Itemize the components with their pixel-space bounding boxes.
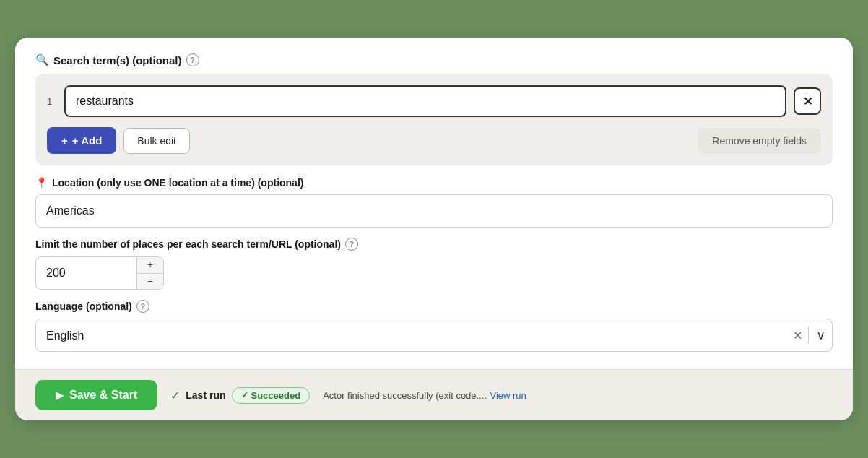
run-description-text: Actor finished successfully (exit code..…: [323, 390, 487, 401]
language-clear-button[interactable]: ✕: [787, 329, 808, 342]
language-section: Language (optional) ? English Spanish Fr…: [35, 300, 833, 352]
save-start-button[interactable]: ▶ Save & Start: [35, 380, 157, 410]
row-number-1: 1: [47, 96, 57, 107]
search-box-container: 1 ✕ + + Add Bulk edit Remove empty field…: [35, 74, 833, 165]
clear-search-button-1[interactable]: ✕: [794, 87, 821, 115]
language-dropdown-button[interactable]: ∨: [809, 327, 833, 343]
limit-title: Limit the number of places per each sear…: [35, 238, 341, 250]
search-actions-row: + + Add Bulk edit Remove empty fields: [47, 127, 821, 154]
view-run-link[interactable]: View run: [490, 390, 526, 401]
search-row-1: 1 ✕: [47, 85, 821, 117]
limit-label: Limit the number of places per each sear…: [35, 238, 833, 251]
remove-empty-button[interactable]: Remove empty fields: [698, 128, 821, 154]
card-body: 🔍 Search term(s) (optional) ? 1 ✕ + + Ad…: [15, 38, 853, 369]
add-icon: +: [61, 134, 68, 147]
language-help-icon[interactable]: ?: [136, 300, 149, 313]
location-label: 📍 Location (only use ONE location at a t…: [35, 177, 833, 189]
last-run-checkmark: ✓: [170, 389, 180, 402]
run-description-row: Actor finished successfully (exit code..…: [323, 389, 526, 402]
search-icon: 🔍: [35, 53, 49, 66]
language-label: Language (optional) ?: [35, 300, 833, 313]
search-term-help-icon[interactable]: ?: [186, 53, 199, 66]
search-term-label: 🔍 Search term(s) (optional) ?: [35, 53, 833, 66]
play-icon: ▶: [56, 389, 64, 401]
succeeded-badge: ✓ Succeeded: [232, 387, 311, 404]
search-input-1[interactable]: [64, 85, 786, 117]
add-button[interactable]: + + Add: [47, 127, 116, 154]
increment-button[interactable]: +: [137, 257, 163, 274]
location-section: 📍 Location (only use ONE location at a t…: [35, 177, 833, 228]
last-run-section: ✓ Last run ✓ Succeeded: [170, 387, 310, 404]
last-run-label: Last run: [186, 389, 225, 401]
location-title: Location (only use ONE location at a tim…: [52, 177, 303, 189]
footer-bar: ▶ Save & Start ✓ Last run ✓ Succeeded Ac…: [15, 369, 853, 420]
language-controls: ✕ ∨: [787, 319, 833, 352]
bulk-edit-button[interactable]: Bulk edit: [123, 128, 190, 154]
save-start-label: Save & Start: [69, 389, 137, 402]
succeeded-text: Succeeded: [251, 390, 301, 401]
decrement-button[interactable]: −: [137, 274, 163, 290]
search-term-title: Search term(s) (optional): [53, 54, 182, 66]
language-title: Language (optional): [35, 301, 132, 312]
location-input[interactable]: [35, 194, 833, 228]
add-button-label: + Add: [72, 134, 103, 147]
main-card: 🔍 Search term(s) (optional) ? 1 ✕ + + Ad…: [15, 38, 853, 420]
search-term-section: 🔍 Search term(s) (optional) ? 1 ✕ + + Ad…: [35, 53, 833, 165]
limit-section: Limit the number of places per each sear…: [35, 238, 833, 290]
language-select[interactable]: English Spanish French German: [35, 319, 833, 352]
limit-help-icon[interactable]: ?: [345, 238, 358, 251]
limit-input[interactable]: [35, 256, 136, 290]
language-select-wrapper: English Spanish French German ✕ ∨: [35, 319, 833, 352]
pin-icon: 📍: [35, 177, 48, 189]
limit-stepper: + −: [136, 256, 164, 290]
limit-row: + −: [35, 256, 180, 290]
succeeded-check-icon: ✓: [241, 390, 248, 400]
